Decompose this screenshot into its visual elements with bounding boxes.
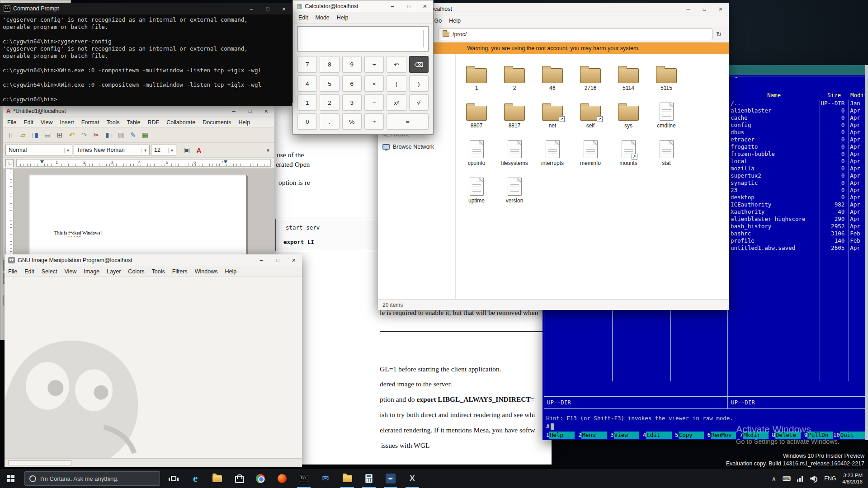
cmd-titlebar[interactable]: C:\ Command Prompt: [0, 3, 292, 14]
mc-file-row[interactable]: bashrc 3106 Feb: [729, 230, 864, 237]
ruler-corner-button[interactable]: L: [5, 159, 14, 167]
open-icon[interactable]: ▱: [18, 130, 28, 141]
calculator-key[interactable]: 4: [297, 75, 317, 92]
network-icon[interactable]: [797, 476, 804, 482]
copy-icon[interactable]: ◧: [103, 130, 114, 141]
fm-item[interactable]: stat: [647, 138, 685, 176]
maximize-button[interactable]: [269, 254, 286, 266]
mc-function-key[interactable]: 3View: [607, 432, 639, 439]
mc-file-row[interactable]: frogatto 0 Apr: [729, 143, 864, 150]
menu-item[interactable]: Mode: [312, 14, 333, 21]
menu-item[interactable]: Help: [221, 268, 240, 275]
terminal-scrollbar[interactable]: [865, 65, 868, 440]
menu-item[interactable]: Help: [333, 14, 352, 21]
menu-item[interactable]: Insert: [57, 119, 78, 126]
mc-file-row[interactable]: etracer 0 Apr: [729, 136, 864, 143]
store-icon[interactable]: [228, 469, 250, 488]
calculator-key[interactable]: (: [387, 75, 406, 92]
menu-item[interactable]: Tools: [148, 268, 168, 275]
maximize-button[interactable]: [401, 0, 417, 12]
toolbar-overflow-icon[interactable]: [264, 147, 272, 154]
calculator-key[interactable]: ÷: [364, 56, 384, 73]
mc-file-row[interactable]: local 0 Apr: [729, 158, 864, 165]
close-button[interactable]: [286, 254, 302, 266]
font-color-icon[interactable]: A: [193, 145, 204, 155]
mc-file-row[interactable]: untitled1.abw.saved 2605 Apr: [729, 244, 864, 252]
menu-item[interactable]: Collaborate: [163, 119, 199, 126]
mc-file-row[interactable]: frozen-bubble 0 Apr: [729, 150, 864, 158]
margin-marker[interactable]: [224, 160, 227, 164]
menu-item[interactable]: View: [37, 119, 57, 126]
mc-command-line[interactable]: #: [546, 423, 554, 430]
fm-item[interactable]: ↗ mounts: [609, 138, 647, 176]
menu-item[interactable]: Filters: [169, 268, 191, 275]
folder-window-icon[interactable]: [336, 469, 358, 488]
maximize-button[interactable]: [696, 3, 712, 15]
menu-item[interactable]: File: [4, 119, 20, 126]
mc-right-panel[interactable]: ~ Name Size Modify time /.. UP--DIR Jan …: [728, 76, 865, 409]
horizontal-ruler[interactable]: L 1234567: [3, 158, 274, 169]
mc-file-row[interactable]: bash_history 2952 Apr: [729, 223, 864, 230]
mc-function-key[interactable]: 4Edit: [639, 432, 671, 439]
cortana-search-box[interactable]: I'm Cortana. Ask me anything.: [24, 471, 160, 486]
calculator-titlebar[interactable]: ▦ Calculator@localhost: [293, 0, 433, 12]
sidebar-item-browse-network[interactable]: Browse Network: [382, 144, 434, 150]
calculator-key[interactable]: ×: [364, 75, 384, 92]
calculator-key[interactable]: %: [342, 113, 362, 130]
cmd-icon[interactable]: [293, 469, 315, 488]
menu-item[interactable]: Image: [80, 268, 103, 275]
calculator-key[interactable]: 6: [342, 75, 362, 92]
language-indicator[interactable]: ENG: [824, 475, 836, 482]
menu-item[interactable]: Windows: [191, 268, 222, 275]
abiword-titlebar[interactable]: A *Untitled1@localhost: [3, 105, 274, 117]
cut-icon[interactable]: ✂: [91, 130, 102, 141]
path-bar[interactable]: /proc/: [439, 28, 712, 40]
name-header[interactable]: Name: [728, 92, 820, 99]
mc-file-row[interactable]: /.. UP--DIR Jan: [729, 100, 864, 107]
mc-file-row[interactable]: alienblaster_highscore 290 Apr: [729, 216, 864, 223]
calculator-icon[interactable]: [358, 469, 380, 488]
paragraph-style-select[interactable]: Normal: [5, 145, 72, 155]
tray-chevron-icon[interactable]: ∧: [772, 475, 776, 482]
calculator-key[interactable]: =: [387, 113, 429, 130]
mc-function-key[interactable]: 6RenMov: [704, 432, 736, 439]
document-area[interactable]: This is f*cked Windows!: [3, 169, 274, 257]
clock[interactable]: 3:23 PM 4/8/2016: [842, 472, 863, 485]
calculator-key[interactable]: ): [409, 75, 429, 92]
mc-function-key[interactable]: 1Help: [542, 432, 575, 439]
print-icon[interactable]: ⊞: [54, 130, 65, 141]
fm-item[interactable]: 2: [495, 63, 533, 101]
menu-item[interactable]: Layer: [103, 268, 124, 275]
fm-item[interactable]: 8817: [495, 101, 533, 138]
mc-file-row[interactable]: 23 0 Apr: [729, 187, 864, 194]
mc-file-row[interactable]: Xauthority 49 Apr: [729, 208, 864, 216]
menu-item[interactable]: Documents: [199, 119, 235, 126]
gimp-canvas[interactable]: [5, 277, 302, 458]
mc-file-row[interactable]: dbus 0 Apr: [729, 129, 864, 136]
start-button[interactable]: [0, 469, 22, 488]
menu-item[interactable]: Edit: [20, 119, 37, 126]
vertical-ruler[interactable]: [5, 169, 14, 257]
chrome-icon[interactable]: [250, 469, 271, 488]
fm-item[interactable]: 5115: [647, 63, 685, 101]
minimize-button[interactable]: [243, 3, 259, 14]
menu-item[interactable]: RDF: [144, 119, 163, 126]
fm-item[interactable]: ↗ self: [571, 101, 609, 138]
fm-item[interactable]: cpuinfo: [458, 138, 495, 176]
fm-item[interactable]: version: [495, 176, 533, 213]
calculator-key[interactable]: 1: [297, 94, 317, 111]
menu-item[interactable]: Edit: [21, 268, 38, 275]
calculator-key[interactable]: 5: [320, 75, 339, 92]
indent-marker[interactable]: [40, 160, 44, 164]
calculator-key[interactable]: ⌫: [409, 56, 429, 73]
maximize-button[interactable]: [259, 3, 276, 14]
calculator-key[interactable]: −: [364, 94, 384, 111]
abiword-icon[interactable]: ✒: [380, 469, 401, 488]
calculator-key[interactable]: √: [409, 94, 429, 111]
minimize-button[interactable]: [680, 3, 696, 15]
calculator-key[interactable]: 9: [342, 56, 362, 73]
fm-item[interactable]: 8807: [458, 101, 495, 138]
save-icon[interactable]: ◨: [30, 130, 41, 141]
fm-item[interactable]: interrupts: [533, 138, 571, 176]
terminal-output[interactable]: 'cygserver-config' is not recognized as …: [0, 14, 292, 106]
